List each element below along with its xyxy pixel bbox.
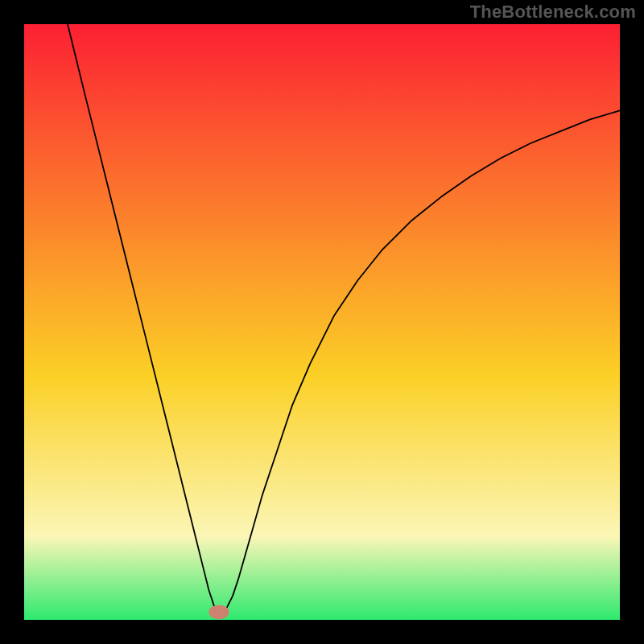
plot-area bbox=[24, 24, 620, 620]
chart-frame: TheBottleneck.com bbox=[0, 0, 644, 644]
minimum-marker bbox=[208, 605, 229, 620]
gradient-background bbox=[24, 24, 620, 620]
attribution-label: TheBottleneck.com bbox=[470, 2, 636, 23]
plot-svg bbox=[24, 24, 620, 620]
